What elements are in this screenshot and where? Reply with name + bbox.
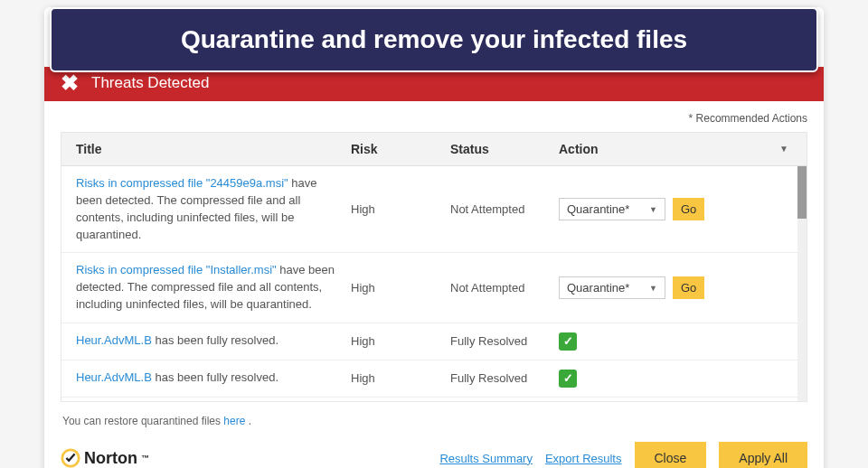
risk-level: High [351,334,450,348]
action-cell: ✓ [559,370,797,388]
norton-check-icon [61,448,80,468]
threat-title: Heur.AdvML.B has been fully resolved. [71,332,351,350]
threat-link[interactable]: Risks in compressed file "Installer.msi" [76,263,277,276]
restore-link[interactable]: here [223,415,245,427]
chevron-down-icon: ▼ [649,205,657,214]
alert-x-icon: ✖ [61,72,79,94]
resolved-check-icon: ✓ [559,332,577,351]
brand-logo: Norton™ [61,448,149,468]
trademark: ™ [141,454,149,463]
table-row: Risks in compressed file "24459e9a.msi" … [61,166,807,253]
restore-note: You can restore quarantined files here . [62,415,807,427]
recommended-actions-note: * Recommended Actions [61,112,807,125]
threat-link[interactable]: Risks in compressed file "24459e9a.msi" [76,176,288,190]
close-button[interactable]: Close [635,442,707,468]
action-select[interactable]: Quarantine*▼ [559,198,665,220]
scrollbar-thumb[interactable] [797,166,807,219]
table-row: Risks in compressed file "Installer.msi"… [61,253,807,323]
action-select-value: Quarantine* [567,281,629,295]
col-risk[interactable]: Risk [351,142,450,156]
col-status[interactable]: Status [450,142,559,156]
footer-right: Results Summary Export Results Close App… [439,442,807,468]
chevron-down-icon: ▼ [649,284,657,293]
restore-suffix: . [245,415,251,427]
results-summary-link[interactable]: Results Summary [439,452,533,465]
promo-headline: Quarantine and remove your infected file… [181,25,687,53]
threat-link[interactable]: Heur.AdvML.B [76,370,152,384]
risk-level: High [351,371,450,385]
content-area: * Recommended Actions Title Risk Status … [44,101,824,468]
action-select-value: Quarantine* [567,202,629,216]
status-value: Fully Resolved [450,334,559,348]
risk-level: High [351,202,450,216]
action-cell: Quarantine*▼Go [559,198,797,220]
export-results-link[interactable]: Export Results [545,452,622,465]
threat-title: Heur.AdvML.B has been fully resolved. [71,370,351,387]
col-action-label: Action [559,142,599,156]
threat-link[interactable]: Heur.AdvML.B [76,333,152,347]
brand-name: Norton [84,449,137,468]
threat-description: has been fully resolved. [152,370,278,384]
threats-table: Title Risk Status Action ▼ Risks in comp… [61,132,807,402]
action-cell: Quarantine*▼Go [559,276,797,299]
table-row: Heur.AdvML.B has been fully resolved.Hig… [61,398,807,401]
action-cell: ✓ [559,332,797,351]
threat-description: has been fully resolved. [152,333,278,347]
chevron-down-icon[interactable]: ▼ [779,144,788,154]
col-title[interactable]: Title [71,142,351,156]
app-window: Quarantine and remove your infected file… [44,7,824,468]
col-action[interactable]: Action ▼ [559,142,797,156]
action-select[interactable]: Quarantine*▼ [559,276,665,299]
footer: Norton™ Results Summary Export Results C… [61,442,807,468]
table-header: Title Risk Status Action ▼ [61,133,807,166]
table-row: Heur.AdvML.B has been fully resolved.Hig… [61,360,807,398]
status-value: Not Attempted [450,281,559,295]
threat-title: Risks in compressed file "Installer.msi"… [71,262,351,314]
status-value: Not Attempted [450,202,559,216]
risk-level: High [351,281,450,295]
restore-prefix: You can restore quarantined files [62,415,223,427]
go-button[interactable]: Go [673,198,704,220]
table-row: Heur.AdvML.B has been fully resolved.Hig… [61,323,807,360]
alert-title: Threats Detected [91,74,209,92]
status-value: Fully Resolved [450,371,559,385]
go-button[interactable]: Go [673,276,704,299]
table-body: Risks in compressed file "24459e9a.msi" … [61,166,807,401]
promo-banner: Quarantine and remove your infected file… [50,7,818,72]
threat-title: Risks in compressed file "24459e9a.msi" … [71,175,351,243]
resolved-check-icon: ✓ [559,370,577,388]
apply-all-button[interactable]: Apply All [719,442,807,468]
